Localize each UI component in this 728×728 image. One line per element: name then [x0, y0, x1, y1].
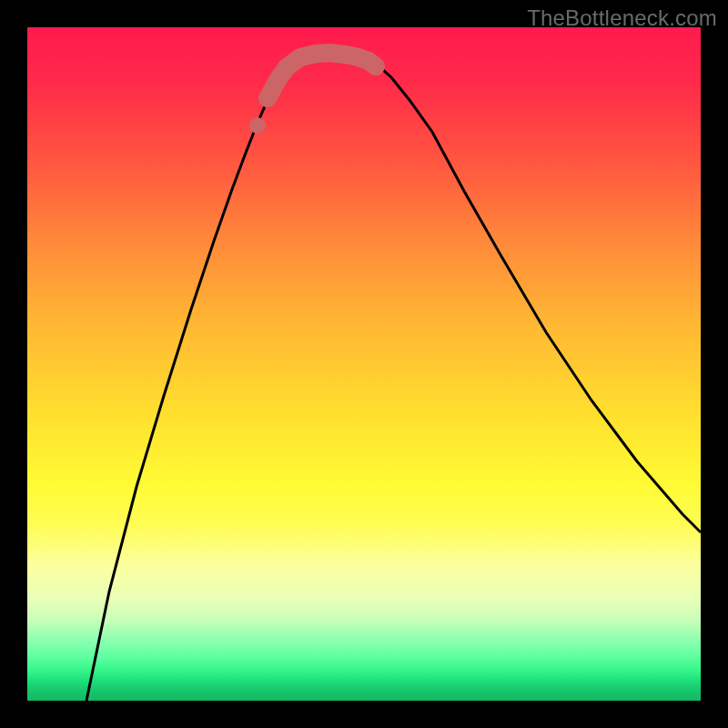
- highlight-dot-outlier: [249, 117, 266, 134]
- bottleneck-curve: [86, 52, 701, 701]
- chart-container: TheBottleneck.com: [0, 0, 728, 728]
- curve-layer: [27, 27, 701, 701]
- plot-area: [27, 27, 701, 701]
- watermark-text: TheBottleneck.com: [527, 5, 717, 31]
- highlight-band: [268, 53, 376, 98]
